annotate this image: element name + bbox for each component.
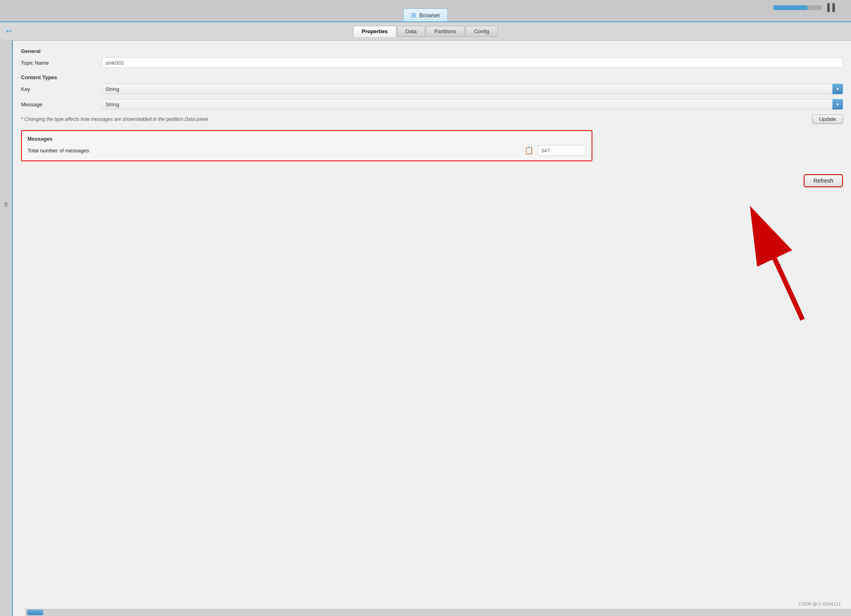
sidebar-text: 08 (4, 202, 8, 207)
general-section-label: General (21, 48, 843, 54)
left-sidebar: 08 (0, 40, 12, 616)
key-select-wrapper: String Integer Long Double Bytes ▼ (102, 84, 843, 94)
topic-name-input[interactable] (102, 57, 843, 68)
browser-tab-label: Browser (419, 12, 440, 19)
content-types-section: Content Types Key String Integer Long Do… (21, 74, 843, 124)
message-count-input[interactable] (537, 145, 586, 156)
tab-partitions[interactable]: Partitions (426, 26, 465, 37)
message-row: Message String Integer Long Double Bytes… (21, 99, 843, 110)
topic-name-row: Topic Name (21, 57, 843, 68)
top-bar: ⊞ Browser ▐▐ (0, 0, 851, 22)
nav-back-icon[interactable]: ↩ (6, 27, 12, 36)
watermark: CSDN @小-E041111 (799, 601, 841, 607)
progress-bar (773, 5, 822, 10)
refresh-button[interactable]: Refresh (804, 174, 843, 187)
key-row: Key String Integer Long Double Bytes ▼ (21, 84, 843, 94)
annotation-arrow-svg (706, 182, 819, 328)
refresh-area: Refresh (804, 174, 843, 187)
messages-section-label: Messages (27, 136, 586, 142)
key-label: Key (21, 86, 102, 92)
messages-row: Total number of messages 📋 (27, 145, 586, 156)
tab-config[interactable]: Config (466, 26, 498, 37)
progress-bar-fill (773, 5, 807, 10)
browser-tab[interactable]: ⊞ Browser (403, 8, 448, 21)
message-label: Message (21, 101, 102, 108)
total-messages-label: Total number of messages (27, 148, 520, 154)
tab-data[interactable]: Data (397, 26, 425, 37)
arrow-annotation (706, 182, 819, 329)
browser-tab-icon: ⊞ (411, 11, 416, 19)
message-select-wrapper: String Integer Long Double Bytes ▼ (102, 99, 843, 110)
bottom-scrollbar[interactable] (25, 609, 851, 616)
progress-icon: ▐▐ (824, 3, 835, 12)
scrollbar-thumb[interactable] (27, 610, 43, 615)
tab-properties[interactable]: Properties (353, 26, 396, 37)
message-select[interactable]: String Integer Long Double Bytes (102, 99, 843, 110)
clipboard-icon: 📋 (525, 146, 533, 155)
note-text: * Changing the type affects how messages… (21, 116, 208, 122)
note-row: * Changing the type affects how messages… (21, 114, 843, 124)
update-button[interactable]: Update (812, 114, 843, 124)
progress-area: ▐▐ (773, 3, 835, 12)
content-types-label: Content Types (21, 74, 843, 80)
key-select[interactable]: String Integer Long Double Bytes (102, 84, 843, 94)
main-content: General Topic Name Content Types Key Str… (12, 40, 851, 616)
messages-section: Messages Total number of messages 📋 (21, 130, 592, 161)
topic-name-label: Topic Name (21, 60, 102, 66)
tab-navigation: ↩ Properties Data Partitions Config (0, 22, 851, 40)
